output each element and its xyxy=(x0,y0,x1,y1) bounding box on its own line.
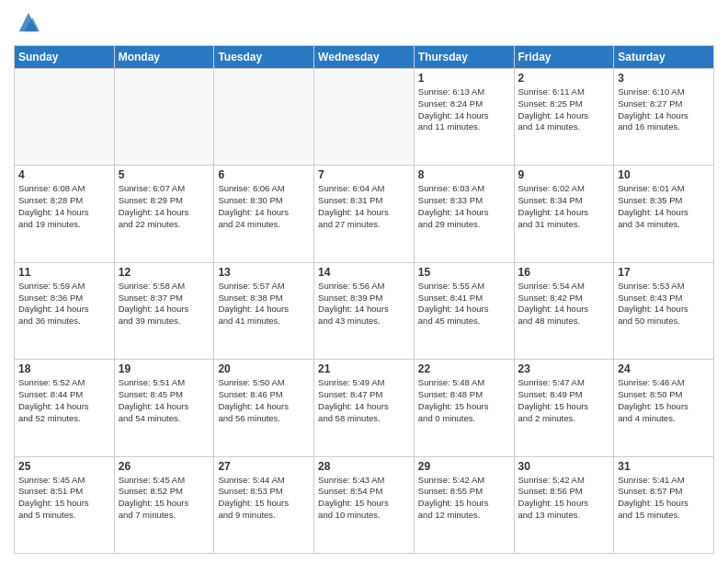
calendar-week-row-3: 18Sunrise: 5:52 AMSunset: 8:44 PMDayligh… xyxy=(15,360,714,456)
day-number: 21 xyxy=(318,362,410,375)
day-number: 6 xyxy=(218,168,310,181)
calendar-week-row-0: 1Sunrise: 6:13 AMSunset: 8:24 PMDaylight… xyxy=(15,69,714,166)
calendar-cell-4-4: 29Sunrise: 5:42 AMSunset: 8:55 PMDayligh… xyxy=(414,456,514,553)
day-info: Sunrise: 5:45 AMSunset: 8:52 PMDaylight:… xyxy=(119,475,210,522)
calendar-cell-3-2: 20Sunrise: 5:50 AMSunset: 8:46 PMDayligh… xyxy=(214,360,314,456)
day-info: Sunrise: 6:11 AMSunset: 8:25 PMDaylight:… xyxy=(518,86,610,133)
day-number: 3 xyxy=(618,72,710,85)
calendar-week-row-2: 11Sunrise: 5:59 AMSunset: 8:36 PMDayligh… xyxy=(15,262,714,359)
day-number: 5 xyxy=(119,168,210,181)
logo-text xyxy=(14,9,41,40)
day-number: 20 xyxy=(218,362,310,375)
day-number: 25 xyxy=(18,460,110,473)
day-info: Sunrise: 6:08 AMSunset: 8:28 PMDaylight:… xyxy=(18,183,110,230)
calendar-header-saturday: Saturday xyxy=(614,46,714,69)
day-info: Sunrise: 5:43 AMSunset: 8:54 PMDaylight:… xyxy=(318,475,410,522)
calendar-header-row: SundayMondayTuesdayWednesdayThursdayFrid… xyxy=(15,46,714,69)
calendar-cell-0-4: 1Sunrise: 6:13 AMSunset: 8:24 PMDaylight… xyxy=(414,69,514,166)
day-number: 1 xyxy=(418,72,510,85)
day-number: 11 xyxy=(18,266,110,279)
calendar-cell-1-1: 5Sunrise: 6:07 AMSunset: 8:29 PMDaylight… xyxy=(114,166,214,262)
day-info: Sunrise: 5:44 AMSunset: 8:53 PMDaylight:… xyxy=(218,475,310,522)
calendar-cell-0-3 xyxy=(314,69,415,166)
calendar-cell-2-5: 16Sunrise: 5:54 AMSunset: 8:42 PMDayligh… xyxy=(514,262,614,359)
day-info: Sunrise: 6:10 AMSunset: 8:27 PMDaylight:… xyxy=(618,86,710,133)
day-info: Sunrise: 5:47 AMSunset: 8:49 PMDaylight:… xyxy=(518,377,610,424)
day-number: 13 xyxy=(218,266,310,279)
day-info: Sunrise: 5:50 AMSunset: 8:46 PMDaylight:… xyxy=(218,377,310,424)
calendar-header-thursday: Thursday xyxy=(414,46,514,69)
day-info: Sunrise: 6:01 AMSunset: 8:35 PMDaylight:… xyxy=(618,183,710,230)
day-number: 9 xyxy=(518,168,610,181)
calendar-cell-2-1: 12Sunrise: 5:58 AMSunset: 8:37 PMDayligh… xyxy=(114,262,214,359)
calendar-cell-2-2: 13Sunrise: 5:57 AMSunset: 8:38 PMDayligh… xyxy=(214,262,314,359)
calendar-header-sunday: Sunday xyxy=(15,46,115,69)
calendar-cell-1-4: 8Sunrise: 6:03 AMSunset: 8:33 PMDaylight… xyxy=(414,166,514,262)
calendar-cell-3-4: 22Sunrise: 5:48 AMSunset: 8:48 PMDayligh… xyxy=(414,360,514,456)
day-number: 29 xyxy=(418,460,510,473)
day-number: 17 xyxy=(618,266,710,279)
calendar-cell-1-3: 7Sunrise: 6:04 AMSunset: 8:31 PMDaylight… xyxy=(314,166,415,262)
calendar-cell-2-3: 14Sunrise: 5:56 AMSunset: 8:39 PMDayligh… xyxy=(314,262,415,359)
calendar-cell-0-1 xyxy=(114,69,214,166)
calendar-cell-4-5: 30Sunrise: 5:42 AMSunset: 8:56 PMDayligh… xyxy=(514,456,614,553)
day-info: Sunrise: 5:56 AMSunset: 8:39 PMDaylight:… xyxy=(318,281,410,327)
day-info: Sunrise: 5:57 AMSunset: 8:38 PMDaylight:… xyxy=(218,281,310,327)
page-container: SundayMondayTuesdayWednesdayThursdayFrid… xyxy=(0,0,728,563)
day-number: 18 xyxy=(18,362,110,375)
day-number: 24 xyxy=(618,362,710,375)
day-info: Sunrise: 5:53 AMSunset: 8:43 PMDaylight:… xyxy=(618,281,710,327)
calendar-cell-2-4: 15Sunrise: 5:55 AMSunset: 8:41 PMDayligh… xyxy=(414,262,514,359)
day-number: 7 xyxy=(318,168,410,181)
calendar-header-friday: Friday xyxy=(514,46,614,69)
calendar-cell-4-0: 25Sunrise: 5:45 AMSunset: 8:51 PMDayligh… xyxy=(15,456,115,553)
day-number: 10 xyxy=(618,168,710,181)
day-number: 30 xyxy=(518,460,610,473)
calendar-week-row-4: 25Sunrise: 5:45 AMSunset: 8:51 PMDayligh… xyxy=(15,456,714,553)
calendar-header-monday: Monday xyxy=(114,46,214,69)
day-info: Sunrise: 5:55 AMSunset: 8:41 PMDaylight:… xyxy=(418,281,510,327)
day-number: 15 xyxy=(418,266,510,279)
day-number: 16 xyxy=(518,266,610,279)
logo-icon xyxy=(16,9,41,35)
calendar-cell-4-3: 28Sunrise: 5:43 AMSunset: 8:54 PMDayligh… xyxy=(314,456,415,553)
calendar-header-wednesday: Wednesday xyxy=(314,46,415,69)
day-number: 14 xyxy=(318,266,410,279)
day-number: 8 xyxy=(418,168,510,181)
day-info: Sunrise: 5:42 AMSunset: 8:55 PMDaylight:… xyxy=(418,475,510,522)
calendar-cell-3-1: 19Sunrise: 5:51 AMSunset: 8:45 PMDayligh… xyxy=(114,360,214,456)
day-info: Sunrise: 5:42 AMSunset: 8:56 PMDaylight:… xyxy=(518,475,610,522)
calendar-cell-0-2 xyxy=(214,69,314,166)
day-number: 31 xyxy=(618,460,710,473)
calendar-cell-0-0 xyxy=(15,69,115,166)
calendar-cell-3-0: 18Sunrise: 5:52 AMSunset: 8:44 PMDayligh… xyxy=(15,360,115,456)
day-info: Sunrise: 6:06 AMSunset: 8:30 PMDaylight:… xyxy=(218,183,310,230)
calendar-cell-1-0: 4Sunrise: 6:08 AMSunset: 8:28 PMDaylight… xyxy=(15,166,115,262)
calendar-cell-1-6: 10Sunrise: 6:01 AMSunset: 8:35 PMDayligh… xyxy=(614,166,714,262)
day-info: Sunrise: 5:48 AMSunset: 8:48 PMDaylight:… xyxy=(418,377,510,424)
day-number: 27 xyxy=(218,460,310,473)
day-info: Sunrise: 5:54 AMSunset: 8:42 PMDaylight:… xyxy=(518,281,610,327)
calendar-table: SundayMondayTuesdayWednesdayThursdayFrid… xyxy=(14,45,714,554)
day-number: 19 xyxy=(119,362,210,375)
calendar-week-row-1: 4Sunrise: 6:08 AMSunset: 8:28 PMDaylight… xyxy=(15,166,714,262)
page-header xyxy=(14,9,714,40)
calendar-cell-4-1: 26Sunrise: 5:45 AMSunset: 8:52 PMDayligh… xyxy=(114,456,214,553)
day-number: 4 xyxy=(18,168,110,181)
calendar-cell-2-0: 11Sunrise: 5:59 AMSunset: 8:36 PMDayligh… xyxy=(15,262,115,359)
calendar-cell-3-6: 24Sunrise: 5:46 AMSunset: 8:50 PMDayligh… xyxy=(614,360,714,456)
day-info: Sunrise: 6:03 AMSunset: 8:33 PMDaylight:… xyxy=(418,183,510,230)
calendar-cell-1-2: 6Sunrise: 6:06 AMSunset: 8:30 PMDaylight… xyxy=(214,166,314,262)
calendar-cell-0-5: 2Sunrise: 6:11 AMSunset: 8:25 PMDaylight… xyxy=(514,69,614,166)
day-info: Sunrise: 5:45 AMSunset: 8:51 PMDaylight:… xyxy=(18,475,110,522)
calendar-cell-4-6: 31Sunrise: 5:41 AMSunset: 8:57 PMDayligh… xyxy=(614,456,714,553)
day-info: Sunrise: 5:58 AMSunset: 8:37 PMDaylight:… xyxy=(119,281,210,327)
logo xyxy=(14,9,43,40)
day-number: 28 xyxy=(318,460,410,473)
day-info: Sunrise: 5:51 AMSunset: 8:45 PMDaylight:… xyxy=(119,377,210,424)
day-number: 22 xyxy=(418,362,510,375)
day-info: Sunrise: 5:41 AMSunset: 8:57 PMDaylight:… xyxy=(618,475,710,522)
day-number: 23 xyxy=(518,362,610,375)
calendar-cell-0-6: 3Sunrise: 6:10 AMSunset: 8:27 PMDaylight… xyxy=(614,69,714,166)
day-info: Sunrise: 6:07 AMSunset: 8:29 PMDaylight:… xyxy=(119,183,210,230)
